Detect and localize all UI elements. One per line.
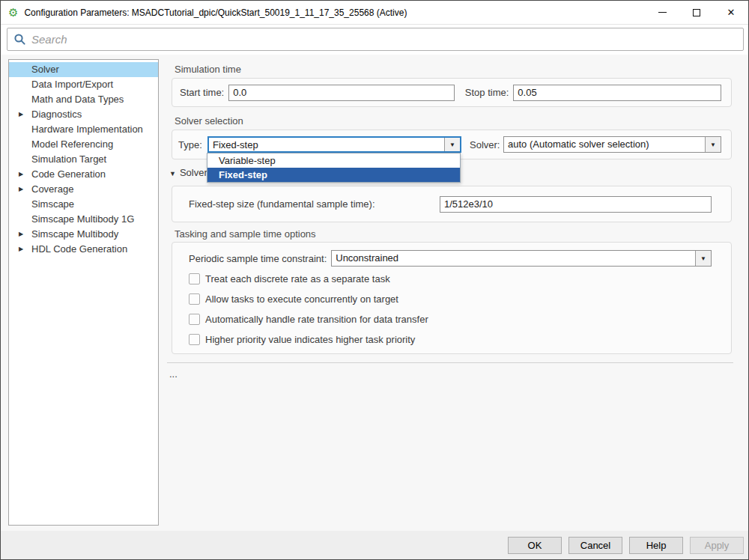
periodic-constraint-combobox[interactable]: Unconstrained ▼ [331, 250, 712, 267]
window-title: Configuration Parameters: MSADCTutorial_… [24, 7, 407, 18]
sidebar-item-hdl-code-generation[interactable]: ▶HDL Code Generation [9, 242, 158, 257]
expand-arrow-icon[interactable]: ▶ [19, 167, 23, 182]
checkbox-row-rate-transition: Automatically handle rate transition for… [189, 314, 428, 325]
checkbox-label: Automatically handle rate transition for… [205, 314, 428, 325]
sidebar-item-label: Coverage [31, 183, 73, 195]
sidebar-item-simscape-multibody-1g[interactable]: Simscape Multibody 1G [9, 212, 158, 227]
solver-combobox[interactable]: auto (Automatic solver selection) ▼ [503, 136, 721, 153]
search-icon [13, 33, 26, 46]
sidebar-item-diagnostics[interactable]: ▶Diagnostics [9, 107, 158, 122]
higher-priority-checkbox[interactable] [189, 334, 200, 345]
sidebar-item-math-and-data-types[interactable]: Math and Data Types [9, 92, 158, 107]
treat-discrete-rate-checkbox[interactable] [189, 273, 200, 284]
checkbox-label: Treat each discrete rate as a separate t… [205, 273, 390, 284]
search-row [1, 25, 748, 55]
sidebar-item-label: HDL Code Generation [31, 243, 127, 255]
dropdown-option-variable-step[interactable]: Variable-step [207, 153, 460, 168]
close-icon: ✕ [727, 7, 736, 17]
solver-combobox-value: auto (Automatic solver selection) [504, 137, 705, 152]
chevron-down-icon: ▼ [449, 141, 455, 148]
search-box[interactable] [7, 28, 744, 51]
close-button[interactable]: ✕ [714, 1, 748, 24]
stop-time-label: Stop time: [465, 87, 509, 98]
maximize-icon [693, 9, 700, 16]
start-time-input[interactable] [228, 85, 455, 101]
cancel-button[interactable]: Cancel [568, 537, 622, 554]
tasking-group: Periodic sample time constraint: Unconst… [172, 242, 732, 354]
title-bar: ⚙ Configuration Parameters: MSADCTutoria… [1, 1, 748, 25]
periodic-constraint-label: Periodic sample time constraint: [189, 253, 327, 264]
stop-time-input[interactable] [513, 85, 721, 101]
sidebar-item-label: Simulation Target [31, 153, 106, 165]
sidebar-item-solver[interactable]: Solver [9, 62, 158, 77]
expand-arrow-icon[interactable]: ▶ [19, 242, 23, 257]
solver-selection-section-label: Solver selection [175, 115, 243, 127]
expand-arrow-icon[interactable]: ▶ [19, 182, 23, 197]
sidebar-item-hardware-implementation[interactable]: Hardware Implementation [9, 122, 158, 137]
button-bar: OK Cancel Help Apply [1, 531, 748, 559]
sidebar-item-label: Simscape Multibody [31, 228, 118, 240]
ok-button[interactable]: OK [508, 537, 562, 554]
auto-rate-transition-checkbox[interactable] [189, 314, 200, 325]
sidebar-item-label: Diagnostics [31, 109, 82, 120]
expand-arrow-icon[interactable]: ▶ [19, 227, 23, 242]
sidebar-item-simscape[interactable]: Simscape [9, 197, 158, 212]
simulink-gear-icon: ⚙ [8, 7, 18, 18]
collapse-arrow-icon[interactable]: ▼ [169, 170, 176, 177]
type-label: Type: [178, 139, 207, 150]
solver-details-section-header[interactable]: ▼Solver [169, 167, 207, 178]
sidebar-item-label: Simscape Multibody 1G [31, 213, 134, 225]
sidebar-item-model-referencing[interactable]: Model Referencing [9, 137, 158, 152]
allow-tasks-concurrent-checkbox[interactable] [189, 293, 200, 305]
maximize-button[interactable] [679, 1, 714, 24]
type-dropdown-list: Variable-step Fixed-step [207, 153, 461, 183]
sidebar-item-simulation-target[interactable]: Simulation Target [9, 152, 158, 167]
type-combobox[interactable]: Fixed-step ▼ [207, 136, 461, 153]
section-divider [167, 362, 733, 363]
checkbox-row-concurrent-tasks: Allow tasks to execute concurrently on t… [189, 293, 398, 305]
solver-details-label: Solver [180, 167, 207, 178]
sidebar-item-label: Solver [31, 64, 59, 75]
chevron-down-icon: ▼ [700, 255, 706, 262]
fixed-step-size-label: Fixed-step size (fundamental sample time… [189, 198, 440, 210]
solver-label: Solver: [470, 139, 503, 150]
chevron-down-icon: ▼ [710, 141, 716, 148]
tasking-section-label: Tasking and sample time options [175, 228, 316, 240]
type-combobox-value: Fixed-step [209, 138, 444, 151]
sidebar-item-simscape-multibody[interactable]: ▶Simscape Multibody [9, 227, 158, 242]
search-input[interactable] [31, 33, 737, 46]
configuration-parameters-dialog: ⚙ Configuration Parameters: MSADCTutoria… [0, 0, 749, 560]
sidebar-item-label: Data Import/Export [31, 79, 113, 90]
expand-arrow-icon[interactable]: ▶ [19, 107, 23, 122]
solver-pane: Simulation time Start time: Stop time: S… [166, 55, 735, 532]
dialog-content: Solver Data Import/Export Math and Data … [1, 55, 748, 532]
minimize-button[interactable] [645, 1, 679, 24]
checkbox-label: Higher priority value indicates higher t… [205, 334, 415, 345]
sidebar-item-data-import-export[interactable]: Data Import/Export [9, 77, 158, 92]
checkbox-label: Allow tasks to execute concurrently on t… [205, 293, 398, 305]
checkbox-row-priority: Higher priority value indicates higher t… [189, 334, 415, 345]
ellipsis-text: ... [169, 368, 178, 380]
solver-details-group: Fixed-step size (fundamental sample time… [172, 186, 732, 222]
simulation-time-group: Start time: Stop time: [172, 78, 732, 107]
help-button[interactable]: Help [629, 537, 683, 554]
minimize-icon [658, 12, 667, 13]
checkbox-row-separate-task: Treat each discrete rate as a separate t… [189, 273, 390, 284]
sidebar-item-label: Hardware Implementation [31, 124, 143, 135]
fixed-step-size-input[interactable] [440, 196, 712, 213]
start-time-label: Start time: [180, 87, 224, 98]
periodic-constraint-value: Unconstrained [332, 251, 695, 266]
category-tree: Solver Data Import/Export Math and Data … [8, 59, 159, 526]
sidebar-item-code-generation[interactable]: ▶Code Generation [9, 167, 158, 182]
sidebar-item-label: Simscape [31, 198, 74, 210]
periodic-constraint-dropdown-button[interactable]: ▼ [695, 251, 711, 266]
sidebar-item-coverage[interactable]: ▶Coverage [9, 182, 158, 197]
simulation-time-section-label: Simulation time [175, 64, 241, 75]
apply-button[interactable]: Apply [690, 537, 744, 554]
solver-combobox-dropdown-button[interactable]: ▼ [705, 137, 721, 152]
sidebar-item-label: Math and Data Types [31, 94, 124, 105]
dropdown-option-fixed-step[interactable]: Fixed-step [207, 168, 460, 182]
sidebar-item-label: Model Referencing [31, 139, 113, 150]
sidebar-item-label: Code Generation [31, 168, 106, 180]
type-combobox-dropdown-button[interactable]: ▼ [444, 138, 460, 151]
